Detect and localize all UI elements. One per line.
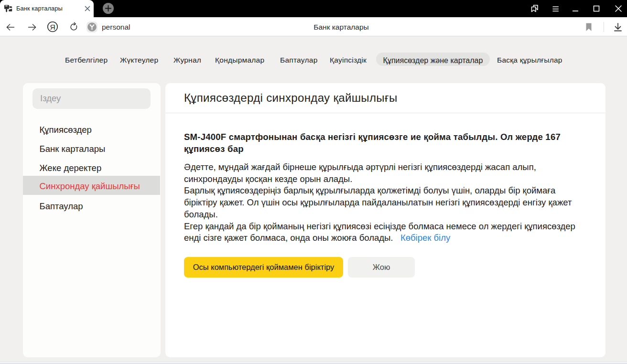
svg-text:Я: Я <box>50 23 55 31</box>
